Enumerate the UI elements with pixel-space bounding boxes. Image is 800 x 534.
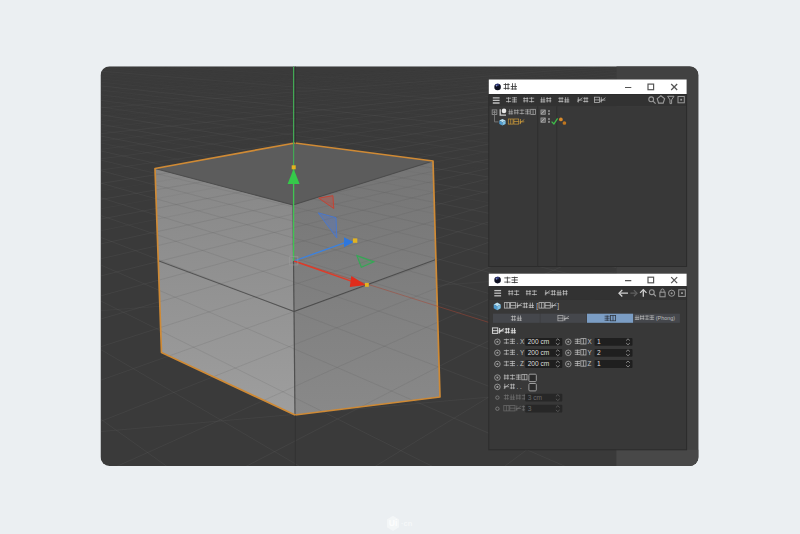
- svg-text:200 cm: 200 cm: [528, 360, 550, 367]
- svg-text:200 cm: 200 cm: [528, 349, 550, 356]
- svg-text:3 cm: 3 cm: [528, 394, 543, 401]
- svg-text:Ui: Ui: [389, 518, 398, 528]
- svg-text:200 cm: 200 cm: [528, 338, 550, 345]
- svg-text:. Z: . Z: [517, 360, 524, 367]
- svg-text:3: 3: [528, 405, 532, 412]
- svg-text:. Y: . Y: [517, 349, 525, 356]
- svg-text:1: 1: [597, 338, 601, 345]
- svg-text:1: 1: [597, 360, 601, 367]
- svg-text:Z: Z: [588, 360, 592, 367]
- svg-text:. .: . .: [517, 383, 522, 390]
- svg-text:·cn: ·cn: [401, 519, 413, 528]
- svg-text:]: ]: [557, 302, 559, 310]
- svg-text:. X: . X: [517, 338, 525, 345]
- svg-text:[: [: [536, 302, 538, 310]
- svg-text:2: 2: [597, 349, 601, 356]
- svg-text:(Phong): (Phong): [656, 315, 675, 321]
